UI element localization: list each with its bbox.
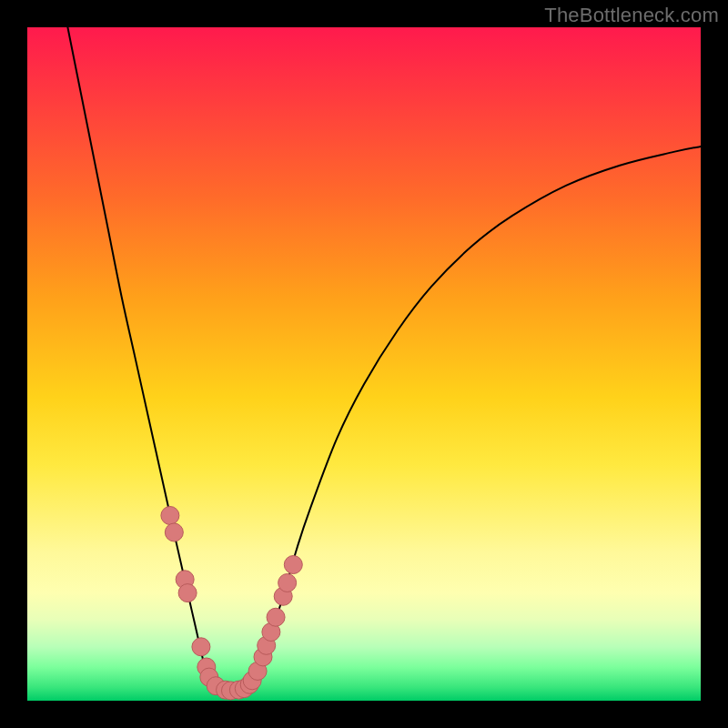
- marker-point: [278, 574, 297, 592]
- marker-point: [161, 507, 179, 525]
- curve-right: [249, 147, 701, 689]
- chart-stage: TheBottleneck.com: [0, 0, 728, 728]
- watermark-text: TheBottleneck.com: [544, 4, 719, 27]
- marker-point: [284, 556, 302, 574]
- marker-point: [192, 638, 210, 656]
- plot-area: [27, 27, 701, 701]
- marker-point: [165, 523, 183, 541]
- marker-point: [178, 584, 197, 602]
- marker-group: [161, 507, 302, 700]
- marker-point: [267, 608, 285, 626]
- chart-overlay: [27, 27, 701, 701]
